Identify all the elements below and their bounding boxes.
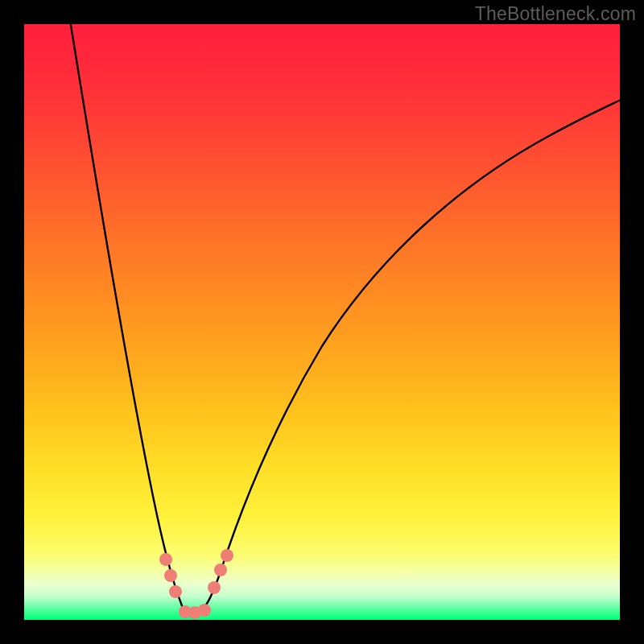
bottleneck-curve-left	[70, 24, 193, 613]
watermark-text: TheBottleneck.com	[475, 3, 636, 25]
marker-dot	[214, 564, 227, 576]
marker-dot	[198, 604, 211, 617]
curve-layer	[24, 24, 620, 620]
chart-frame: TheBottleneck.com	[0, 0, 644, 644]
marker-dot	[164, 569, 177, 582]
marker-group	[159, 549, 233, 619]
marker-dot	[208, 581, 221, 594]
plot-area	[24, 24, 620, 620]
marker-dot	[221, 549, 233, 562]
bottleneck-curve-right	[193, 93, 620, 613]
marker-dot	[169, 585, 182, 598]
marker-dot	[159, 553, 172, 566]
